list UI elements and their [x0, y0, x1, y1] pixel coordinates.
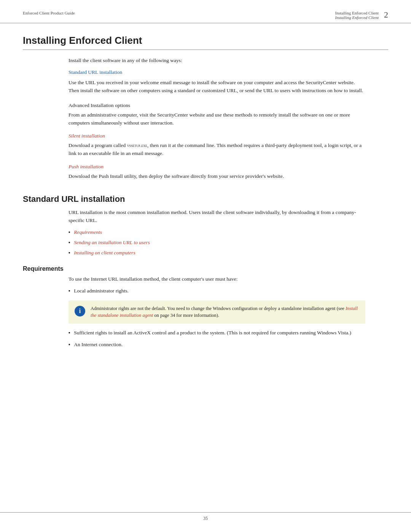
requirements-list-3: An Internet connection. [68, 341, 365, 349]
admin-rights-text: Local administrator rights. [74, 287, 129, 295]
advanced-heading: Advanced Installation options [68, 102, 365, 110]
list-item-sending: Sending an installation URL to users [68, 239, 365, 247]
requirements-intro: To use the Internet URL installation met… [68, 275, 365, 283]
footer-page-number: 35 [203, 516, 208, 521]
page-container: Enforced Client Product Guide Installing… [0, 0, 411, 532]
standard-url-desc: Use the URL you received in your welcome… [68, 79, 365, 95]
header-page-number: 2 [384, 11, 388, 19]
requirements-list-1: Local administrator rights. [68, 287, 365, 295]
header-chapter-title: Installing Enforced Client [335, 11, 379, 15]
page-header: Enforced Client Product Guide Installing… [0, 0, 411, 23]
activex-rights-text: Sufficient rights to install an ActiveX … [74, 329, 351, 337]
requirements-link[interactable]: Requirements [74, 228, 102, 236]
header-right-text: Installing Enforced Client Installing En… [335, 11, 379, 20]
requirements-title: Requirements [23, 265, 388, 272]
note-text: Administrator rights are not the default… [91, 305, 359, 320]
note-text-before: Administrator rights are not the default… [91, 306, 346, 311]
silent-desc: Download a program called vssetup.exe, t… [68, 142, 365, 158]
section-bullet-list: Requirements Sending an installation URL… [68, 228, 365, 257]
advanced-desc: From an administrative computer, visit t… [68, 111, 365, 127]
list-item-activex-rights: Sufficient rights to install an ActiveX … [68, 329, 365, 337]
standard-url-link[interactable]: Standard URL installation [68, 69, 122, 75]
chapter-title: Installing Enforced Client [23, 35, 388, 50]
info-icon: i [75, 306, 85, 316]
list-item-installing: Installing on client computers [68, 249, 365, 257]
note-box: i Administrator rights are not the defau… [68, 300, 365, 324]
internet-connection-text: An Internet connection. [74, 341, 123, 349]
push-link-para: Push installation [68, 163, 365, 171]
silent-installation-link[interactable]: Silent installation [68, 133, 105, 139]
list-item-admin-rights: Local administrator rights. [68, 287, 365, 295]
advanced-heading-text: Advanced Installation options [68, 102, 130, 108]
chapter-intro: Install the client software in any of th… [68, 57, 365, 65]
sending-link[interactable]: Sending an installation URL to users [74, 239, 150, 247]
requirements-list-2: Sufficient rights to install an ActiveX … [68, 329, 365, 337]
list-item-internet-connection: An Internet connection. [68, 341, 365, 349]
silent-link-para: Silent installation [68, 132, 365, 140]
page-footer: 35 [0, 512, 411, 521]
header-right: Installing Enforced Client Installing En… [335, 11, 388, 20]
main-content: Installing Enforced Client Install the c… [0, 23, 411, 375]
list-item-requirements: Requirements [68, 228, 365, 236]
header-left-text: Enforced Client Product Guide [23, 11, 75, 15]
header-subchapter: Installing Enforced Client [335, 15, 379, 20]
section-intro: URL installation is the most common inst… [68, 209, 365, 225]
push-installation-link[interactable]: Push installation [68, 164, 104, 169]
note-page-ref: on page 34 [153, 313, 175, 318]
push-desc: Download the Push Install utility, then … [68, 173, 365, 181]
standard-url-link-para: Standard URL installation [68, 69, 365, 77]
installing-link[interactable]: Installing on client computers [74, 249, 135, 257]
section-title: Standard URL installation [23, 194, 388, 204]
note-text-end: for more information). [175, 313, 219, 318]
